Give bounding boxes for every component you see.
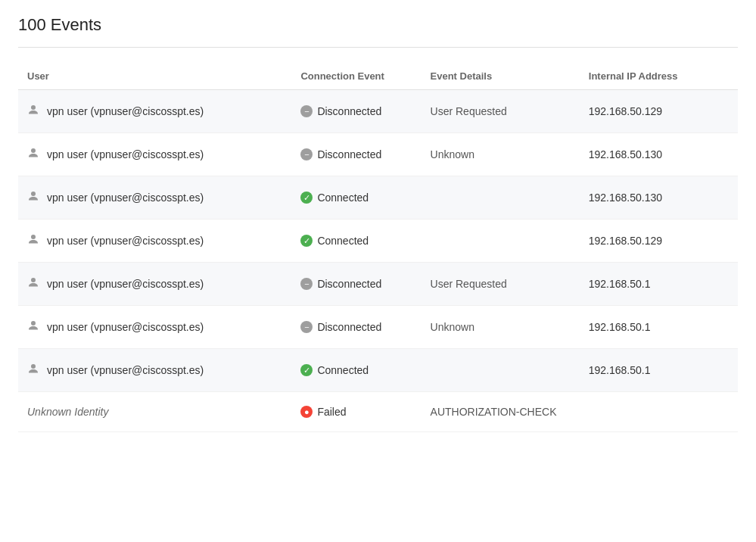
user-cell-2: vpn user (vpnuser@ciscosspt.es) — [18, 176, 291, 220]
table-row: Unknown Identity●FailedAUTHORIZATION-CHE… — [18, 392, 738, 432]
status-icon-connected: ✓ — [300, 235, 313, 247]
user-icon — [27, 233, 39, 248]
table-row: vpn user (vpnuser@ciscosspt.es)−Disconne… — [18, 263, 738, 306]
status-icon-disconnected: − — [300, 105, 313, 117]
user-icon — [27, 319, 39, 335]
table-row: vpn user (vpnuser@ciscosspt.es)−Disconne… — [18, 133, 738, 176]
connection-event-text: Connected — [317, 192, 369, 204]
connection-event-text: Disconnected — [317, 148, 381, 160]
user-name: vpn user (vpnuser@ciscosspt.es) — [47, 105, 204, 117]
header-connection-event: Connection Event — [291, 63, 421, 90]
status-icon-disconnected: − — [300, 148, 313, 160]
status-icon-connected: ✓ — [300, 192, 313, 204]
connection-event-cell-2: ✓Connected — [291, 176, 421, 220]
ip-address-cell-2: 192.168.50.130 — [580, 176, 738, 220]
connection-event-text: Disconnected — [317, 321, 381, 333]
ip-address-cell-7 — [580, 392, 738, 432]
connection-event-text: Connected — [317, 364, 369, 376]
status-icon-disconnected: − — [300, 278, 313, 290]
user-cell-1: vpn user (vpnuser@ciscosspt.es) — [18, 133, 291, 176]
connection-event-cell-4: −Disconnected — [291, 263, 421, 306]
ip-address-cell-5: 192.168.50.1 — [580, 306, 738, 349]
event-details-cell-1: Unknown — [422, 133, 580, 176]
user-icon — [27, 104, 39, 119]
header-internal-ip: Internal IP Address — [580, 63, 738, 90]
user-cell-5: vpn user (vpnuser@ciscosspt.es) — [18, 306, 291, 349]
ip-address-cell-6: 192.168.50.1 — [580, 349, 738, 392]
event-details-cell-2 — [422, 176, 580, 220]
ip-address-cell-0: 192.168.50.129 — [580, 90, 738, 133]
header-event-details: Event Details — [422, 63, 580, 90]
page-container: 100 Events User Connection Event Event D… — [0, 0, 756, 447]
user-name: vpn user (vpnuser@ciscosspt.es) — [47, 278, 204, 290]
user-cell-6: vpn user (vpnuser@ciscosspt.es) — [18, 349, 291, 392]
status-icon-connected: ✓ — [300, 364, 313, 376]
connection-event-cell-1: −Disconnected — [291, 133, 421, 176]
event-details-cell-3 — [422, 220, 580, 263]
event-details-cell-0: User Requested — [422, 90, 580, 133]
connection-event-cell-3: ✓Connected — [291, 220, 421, 263]
user-name: vpn user (vpnuser@ciscosspt.es) — [47, 321, 204, 333]
user-name: vpn user (vpnuser@ciscosspt.es) — [47, 364, 204, 376]
user-name: vpn user (vpnuser@ciscosspt.es) — [47, 192, 204, 204]
connection-event-cell-5: −Disconnected — [291, 306, 421, 349]
table-row: vpn user (vpnuser@ciscosspt.es)−Disconne… — [18, 306, 738, 349]
connection-event-text: Failed — [317, 406, 346, 418]
table-header-row: User Connection Event Event Details Inte… — [18, 63, 738, 90]
status-icon-failed: ● — [300, 406, 313, 418]
user-cell-3: vpn user (vpnuser@ciscosspt.es) — [18, 220, 291, 263]
user-cell-0: vpn user (vpnuser@ciscosspt.es) — [18, 90, 291, 133]
page-title: 100 Events — [18, 15, 738, 48]
connection-event-cell-6: ✓Connected — [291, 349, 421, 392]
event-details-cell-6 — [422, 349, 580, 392]
user-name: Unknown Identity — [27, 406, 108, 418]
event-details-cell-5: Unknown — [422, 306, 580, 349]
status-icon-disconnected: − — [300, 321, 313, 333]
connection-event-text: Disconnected — [317, 105, 381, 117]
connection-event-text: Disconnected — [317, 278, 381, 290]
event-details-cell-4: User Requested — [422, 263, 580, 306]
user-icon — [27, 147, 39, 162]
user-cell-4: vpn user (vpnuser@ciscosspt.es) — [18, 263, 291, 306]
ip-address-cell-1: 192.168.50.130 — [580, 133, 738, 176]
events-table: User Connection Event Event Details Inte… — [18, 63, 738, 432]
connection-event-cell-7: ●Failed — [291, 392, 421, 432]
user-icon — [27, 363, 39, 378]
event-details-cell-7: AUTHORIZATION-CHECK — [422, 392, 580, 432]
user-name: vpn user (vpnuser@ciscosspt.es) — [47, 148, 204, 160]
connection-event-cell-0: −Disconnected — [291, 90, 421, 133]
table-row: vpn user (vpnuser@ciscosspt.es)✓Connecte… — [18, 176, 738, 220]
user-cell-7: Unknown Identity — [18, 392, 291, 432]
connection-event-text: Connected — [317, 235, 369, 247]
user-name: vpn user (vpnuser@ciscosspt.es) — [47, 235, 204, 247]
ip-address-cell-3: 192.168.50.129 — [580, 220, 738, 263]
table-row: vpn user (vpnuser@ciscosspt.es)−Disconne… — [18, 90, 738, 133]
header-user: User — [18, 63, 291, 90]
user-icon — [27, 190, 39, 205]
table-row: vpn user (vpnuser@ciscosspt.es)✓Connecte… — [18, 220, 738, 263]
table-row: vpn user (vpnuser@ciscosspt.es)✓Connecte… — [18, 349, 738, 392]
user-icon — [27, 276, 39, 291]
ip-address-cell-4: 192.168.50.1 — [580, 263, 738, 306]
